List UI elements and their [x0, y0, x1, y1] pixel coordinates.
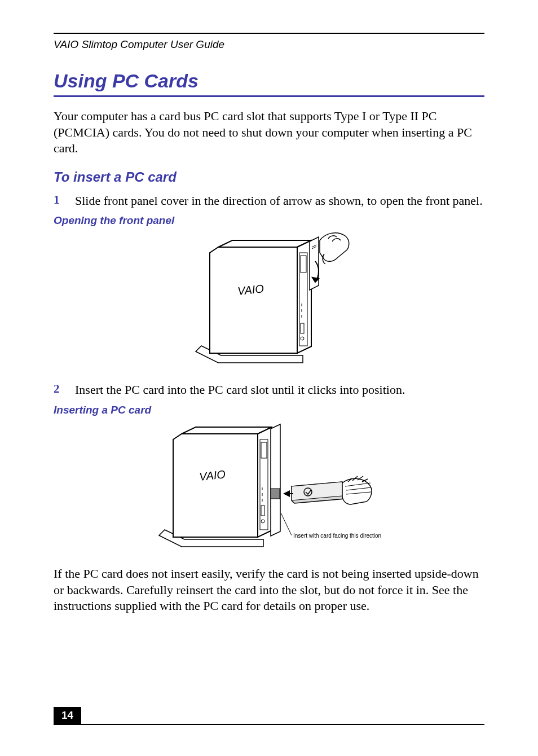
figure-caption-1: Opening the front panel	[54, 214, 484, 227]
footer-rule	[54, 724, 484, 725]
running-head: VAIO Slimtop Computer User Guide	[54, 38, 484, 51]
page-footer: 14	[54, 707, 484, 725]
step-2: 2 Insert the PC card into the PC card sl…	[54, 382, 484, 398]
figure-inserting-card: VAIO Insert with card facing this direct…	[54, 420, 484, 555]
note-paragraph: If the PC card does not insert easily, v…	[54, 566, 484, 614]
step-number: 1	[54, 193, 75, 209]
header-rule	[54, 33, 484, 34]
svg-rect-1	[301, 256, 306, 272]
svg-marker-22	[283, 490, 290, 497]
page-title: Using PC Cards	[54, 70, 484, 92]
title-rule	[54, 95, 484, 97]
figure-opening-panel: VAIO	[54, 230, 484, 371]
step-number: 2	[54, 382, 75, 398]
svg-rect-11	[261, 442, 267, 458]
step-text: Slide front panel cover in the direction…	[75, 193, 483, 209]
intro-paragraph: Your computer has a card bus PC card slo…	[54, 108, 484, 157]
svg-rect-17	[271, 489, 280, 499]
step-1: 1 Slide front panel cover in the directi…	[54, 193, 484, 209]
figure-caption-2: Inserting a PC card	[54, 404, 484, 416]
svg-line-24	[281, 513, 292, 535]
step-text: Insert the PC card into the PC card slot…	[75, 382, 405, 398]
figure-2-label: Insert with card facing this direction	[293, 533, 381, 539]
subheading-insert: To insert a PC card	[54, 169, 484, 185]
page-number: 14	[54, 707, 81, 724]
